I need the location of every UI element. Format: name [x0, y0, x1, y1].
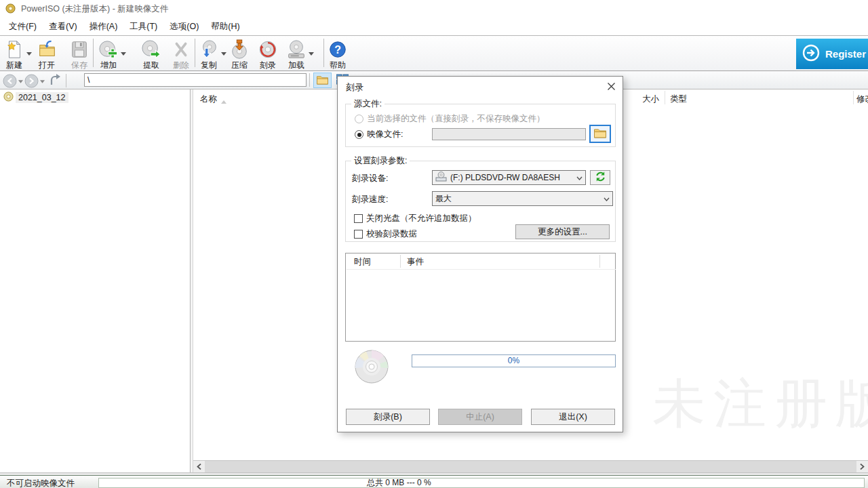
toolbar-button-delete: 删除	[171, 38, 191, 69]
chevron-down-icon	[576, 173, 583, 182]
log-header-divider	[347, 269, 616, 270]
burn-device-select[interactable]: (F:) PLDSDVD-RW DA8AESH	[432, 170, 586, 185]
back-dropdown-caret[interactable]	[18, 76, 23, 85]
toolbar-button-copy[interactable]: 复制	[199, 38, 219, 69]
chevron-down-icon	[604, 194, 610, 203]
copy-dropdown-caret[interactable]	[219, 38, 228, 69]
path-input[interactable]	[84, 73, 307, 87]
menu-action[interactable]: 操作(A)	[83, 18, 124, 35]
menu-tools[interactable]: 工具(T)	[123, 18, 163, 35]
device-label: 刻录设备:	[352, 173, 388, 184]
column-header-modified[interactable]: 修改时间	[856, 94, 868, 105]
drive-icon	[435, 171, 447, 184]
menu-options[interactable]: 选项(O)	[163, 18, 205, 35]
speed-label: 刻录速度:	[352, 194, 388, 205]
sort-ascending-icon	[221, 96, 226, 106]
new-dropdown-caret[interactable]	[24, 38, 33, 69]
forward-button[interactable]	[24, 74, 39, 88]
register-label: Register	[825, 48, 866, 60]
refresh-icon	[595, 171, 606, 184]
checkbox-icon	[354, 230, 363, 239]
toolbar-button-label: 帮助	[330, 60, 346, 71]
scroll-left-button[interactable]	[193, 461, 205, 472]
refresh-devices-button[interactable]	[590, 170, 610, 185]
radio-image-file-label: 映像文件:	[367, 129, 403, 140]
log-column-time[interactable]: 时间	[354, 256, 371, 268]
column-separator[interactable]	[853, 91, 854, 104]
radio-image-file[interactable]: 映像文件:	[355, 129, 403, 140]
tree-pane: 2021_03_12	[0, 89, 191, 472]
toolbar-button-help[interactable]: ? 帮助	[328, 38, 348, 69]
help-icon: ?	[328, 39, 348, 60]
checkbox-verify-data[interactable]: 校验刻录数据	[354, 228, 417, 240]
burn-progress-bar: 0%	[412, 354, 616, 367]
status-total-text: 总共 0 MB --- 0 %	[367, 477, 431, 488]
checkbox-verify-data-label: 校验刻录数据	[366, 228, 417, 240]
toolbar-separator	[195, 39, 195, 67]
register-button[interactable]: Register	[796, 39, 868, 69]
log-column-separator[interactable]	[599, 255, 600, 268]
column-separator[interactable]	[665, 91, 665, 104]
log-column-separator[interactable]	[400, 255, 401, 268]
toolbar-button-burn[interactable]: 刻录	[258, 38, 278, 69]
forward-dropdown-caret[interactable]	[40, 76, 45, 85]
toolbar-button-compress[interactable]: 压缩	[229, 38, 250, 69]
column-header-name[interactable]: 名称	[200, 94, 217, 105]
menu-view[interactable]: 查看(V)	[43, 18, 83, 35]
radio-current-files: 当前选择的文件（直接刻录，不保存映像文件）	[355, 113, 545, 125]
menu-bar: 文件(F) 查看(V) 操作(A) 工具(T) 选项(O) 帮助(H)	[0, 18, 868, 36]
toolbar-button-mount[interactable]: 加载	[286, 38, 307, 69]
checkbox-icon	[354, 214, 363, 223]
source-group-legend: 源文件:	[351, 98, 384, 110]
copy-disc-icon	[199, 39, 219, 60]
toolbar-button-label: 保存	[71, 60, 87, 71]
addressbar-separator	[66, 74, 66, 87]
status-bootable-text: 不可启动映像文件	[7, 478, 75, 488]
burn-device-value: (F:) PLDSDVD-RW DA8AESH	[450, 173, 560, 182]
folder-view-button[interactable]	[313, 73, 332, 88]
close-icon[interactable]	[604, 79, 618, 93]
toolbar-button-new[interactable]: 新建	[4, 38, 24, 69]
column-header-type[interactable]: 类型	[670, 94, 687, 105]
mount-disc-icon	[286, 39, 307, 60]
toolbar-button-add[interactable]: 增加	[98, 38, 119, 69]
compress-disc-icon	[229, 39, 250, 60]
menu-file[interactable]: 文件(F)	[3, 18, 43, 35]
burn-speed-select[interactable]: 最大	[432, 191, 613, 206]
burn-button[interactable]: 刻录(B)	[346, 409, 430, 425]
image-file-input[interactable]	[432, 128, 586, 140]
tree-item-image-root[interactable]: 2021_03_12	[0, 89, 190, 104]
status-bar: 不可启动映像文件 总共 0 MB --- 0 %	[0, 475, 868, 488]
exit-button[interactable]: 退出(X)	[531, 409, 615, 425]
toolbar-button-open[interactable]: 打开	[37, 38, 57, 69]
checkbox-close-disc-label: 关闭光盘（不允许追加数据）	[366, 213, 477, 224]
browse-button[interactable]	[589, 125, 611, 143]
more-settings-button[interactable]: 更多的设置...	[515, 224, 610, 239]
add-dropdown-caret[interactable]	[119, 38, 127, 69]
delete-x-icon	[171, 39, 191, 60]
up-level-icon[interactable]	[49, 73, 62, 88]
abort-button: 中止(A)	[438, 409, 522, 425]
checkbox-close-disc[interactable]: 关闭光盘（不允许追加数据）	[354, 213, 477, 224]
burn-dialog: 刻录 源文件: 当前选择的文件（直接刻录，不保存映像文件） 映像文件: 设置刻录…	[337, 76, 623, 432]
dialog-title: 刻录	[346, 81, 363, 94]
toolbar-button-label: 复制	[201, 60, 217, 71]
mount-dropdown-caret[interactable]	[307, 38, 315, 69]
toolbar-button-extract[interactable]: 提取	[141, 38, 161, 69]
folder-icon	[593, 127, 607, 140]
scroll-right-button[interactable]	[856, 461, 868, 472]
toolbar-button-label: 增加	[100, 60, 117, 71]
tree-item-label: 2021_03_12	[16, 92, 68, 103]
back-button[interactable]	[3, 74, 17, 88]
cd-disc-image	[354, 349, 389, 384]
log-column-event[interactable]: 事件	[407, 256, 424, 268]
source-file-group: 源文件: 当前选择的文件（直接刻录，不保存映像文件） 映像文件:	[345, 104, 616, 147]
horizontal-scrollbar[interactable]	[193, 460, 868, 472]
extract-disc-icon	[141, 39, 161, 60]
burn-speed-value: 最大	[435, 193, 452, 205]
toolbar-separator	[93, 39, 94, 67]
unregistered-watermark: 未注册版	[652, 369, 868, 444]
burn-disc-icon	[258, 39, 278, 60]
menu-help[interactable]: 帮助(H)	[205, 18, 245, 35]
params-group-legend: 设置刻录参数:	[351, 155, 410, 167]
